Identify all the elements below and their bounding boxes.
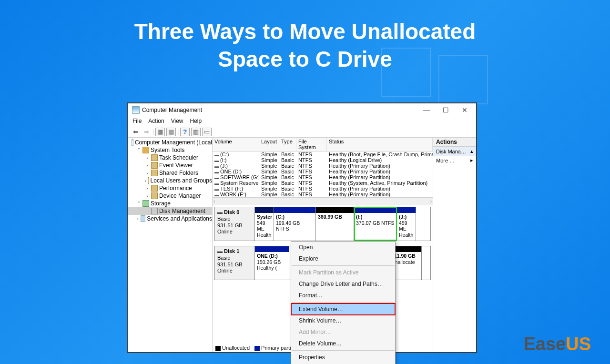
context-menu: OpenExploreMark Partition as ActiveChang… (291, 241, 396, 364)
partition[interactable]: Syster549 MEHealth (255, 207, 274, 241)
disk-icon (151, 208, 158, 214)
back-button[interactable]: ⬅ (131, 128, 140, 136)
disk-header[interactable]: Disk 1Basic931.51 GBOnline (215, 246, 255, 280)
item-icon (151, 154, 158, 161)
menu-separator (292, 302, 395, 303)
context-menu-item[interactable]: Change Drive Letter and Paths… (291, 278, 395, 290)
legend-swatch-blue (254, 346, 260, 351)
actions-disk-management[interactable]: Disk Mana…▴ (433, 147, 476, 156)
menu-action[interactable]: Action (148, 118, 164, 124)
volume-row[interactable]: (I:)SimpleBasicNTFSHealthy (Logical Driv… (213, 157, 433, 163)
col-type: Type (279, 138, 296, 151)
volume-row[interactable]: (C:)SimpleBasicNTFSHealthy (Boot, Page F… (213, 152, 433, 157)
col-volume: Volume (213, 138, 259, 151)
context-menu-item[interactable]: Format… (291, 290, 395, 301)
partition[interactable]: (C:)199.46 GB NTFS (274, 207, 316, 241)
app-icon (132, 106, 140, 114)
tree-item[interactable]: ›Shared Folders (128, 169, 212, 177)
services-icon (141, 215, 145, 222)
item-icon (151, 162, 158, 169)
menubar: File Action View Help (128, 117, 476, 126)
maximize-button[interactable]: ☐ (436, 104, 455, 116)
tree-disk-management[interactable]: Disk Management (128, 207, 212, 215)
tree-root[interactable]: Computer Management (Local (128, 139, 212, 146)
tree-item[interactable]: ›Device Manager (128, 192, 212, 200)
menu-separator (292, 265, 395, 266)
partition[interactable]: (I:)370.07 GB NTFS (354, 207, 397, 241)
context-menu-item: Mark Partition as Active (291, 267, 395, 278)
titlebar[interactable]: Computer Management — ☐ ✕ (128, 103, 476, 117)
actions-more[interactable]: More …▸ (433, 156, 476, 165)
toolbar-icon[interactable]: ▥ (191, 128, 201, 136)
menu-file[interactable]: File (132, 118, 142, 124)
col-layout: Layout (259, 138, 279, 151)
context-menu-item[interactable]: Open (291, 242, 395, 253)
col-filesystem: File System (296, 138, 327, 151)
forward-button[interactable]: ➡ (142, 128, 151, 136)
navigation-tree: Computer Management (Local ˅System Tools… (128, 138, 213, 352)
partition[interactable]: (J:)459 MEHealth (397, 207, 416, 241)
tree-system-tools[interactable]: ˅System Tools (128, 146, 212, 154)
minimize-button[interactable]: — (417, 104, 436, 116)
volume-row[interactable]: WORK (E:)SimpleBasicNTFSHealthy (Primary… (213, 192, 433, 197)
item-icon (151, 185, 158, 192)
context-menu-item[interactable]: Explore (291, 253, 395, 264)
item-icon (151, 170, 158, 176)
tree-storage[interactable]: ˅Storage (128, 200, 212, 207)
context-menu-item[interactable]: Extend Volume… (291, 303, 395, 315)
context-menu-item[interactable]: Properties (291, 352, 395, 363)
context-menu-item[interactable]: Delete Volume… (291, 338, 395, 349)
tree-item[interactable]: ›Local Users and Groups (128, 177, 212, 184)
tree-item[interactable]: ›Performance (128, 184, 212, 192)
volume-row[interactable]: System ReservedSimpleBasicNTFSHealthy (S… (213, 180, 433, 186)
item-icon (151, 192, 158, 199)
close-button[interactable]: ✕ (455, 104, 474, 116)
tree-services[interactable]: ›Services and Applications (128, 215, 212, 222)
volume-list-header[interactable]: Volume Layout Type File System Status (213, 138, 433, 152)
toolbar: ⬅ ➡ | ▦ ▤ | ? ▥ ▭ (128, 126, 476, 138)
chevron-right-icon: ▸ (470, 157, 473, 163)
actions-pane: Actions Disk Mana…▴ More …▸ (433, 138, 476, 352)
legend-swatch-black (215, 346, 221, 351)
storage-icon (142, 200, 149, 207)
folder-icon (142, 147, 149, 153)
context-menu-item[interactable]: Shrink Volume… (291, 315, 395, 326)
partition[interactable]: 360.99 GB (316, 207, 354, 241)
menu-separator (292, 350, 395, 351)
computer-icon (132, 139, 133, 146)
actions-header: Actions (433, 138, 476, 147)
volume-row[interactable]: SOFTWARE (G:)SimpleBasicNTFSHealthy (Pri… (213, 174, 433, 180)
context-menu-item: Add Mirror… (291, 326, 395, 338)
volume-list: Volume Layout Type File System Status (C… (213, 138, 433, 205)
toolbar-icon[interactable]: ▦ (155, 128, 165, 136)
toolbar-icon[interactable]: ▭ (202, 128, 212, 136)
item-icon (148, 177, 149, 184)
collapse-icon: ▴ (470, 148, 473, 154)
easeus-logo: EaseUS (523, 334, 591, 354)
col-status: Status (327, 138, 433, 151)
headline-line1: Three Ways to Move Unallocated (0, 0, 610, 46)
menu-view[interactable]: View (171, 118, 183, 124)
disk-row: Disk 0Basic931.51 GBOnlineSyster549 MEHe… (214, 207, 431, 241)
window-title: Computer Management (142, 107, 417, 113)
menu-help[interactable]: Help (190, 118, 202, 124)
tree-item[interactable]: ›Event Viewer (128, 162, 212, 169)
volume-row[interactable]: (J:)SimpleBasicNTFSHealthy (Primary Part… (213, 163, 433, 169)
toolbar-icon[interactable]: ▤ (166, 128, 176, 136)
volume-row[interactable]: TEST (F:)SimpleBasicNTFSHealthy (Primary… (213, 186, 433, 192)
partition[interactable]: ONE (D:)150.26 GBHealthy ( (255, 246, 289, 280)
volume-row[interactable]: ONE (D:)SimpleBasicNTFSHealthy (Primary … (213, 169, 433, 174)
help-icon[interactable]: ? (180, 128, 190, 136)
tree-item[interactable]: ›Task Scheduler (128, 154, 212, 162)
horizontal-scrollbar[interactable]: ‹› (213, 197, 433, 205)
disk-header[interactable]: Disk 0Basic931.51 GBOnline (215, 207, 255, 241)
